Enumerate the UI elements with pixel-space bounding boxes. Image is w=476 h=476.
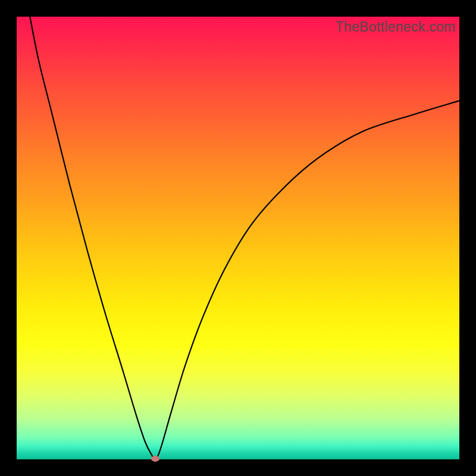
- minimum-marker: [151, 456, 159, 462]
- watermark-text: TheBottleneck.com: [336, 19, 456, 35]
- plot-area: TheBottleneck.com: [17, 17, 459, 459]
- bottleneck-curve: [17, 17, 459, 459]
- chart-container: TheBottleneck.com: [0, 0, 476, 476]
